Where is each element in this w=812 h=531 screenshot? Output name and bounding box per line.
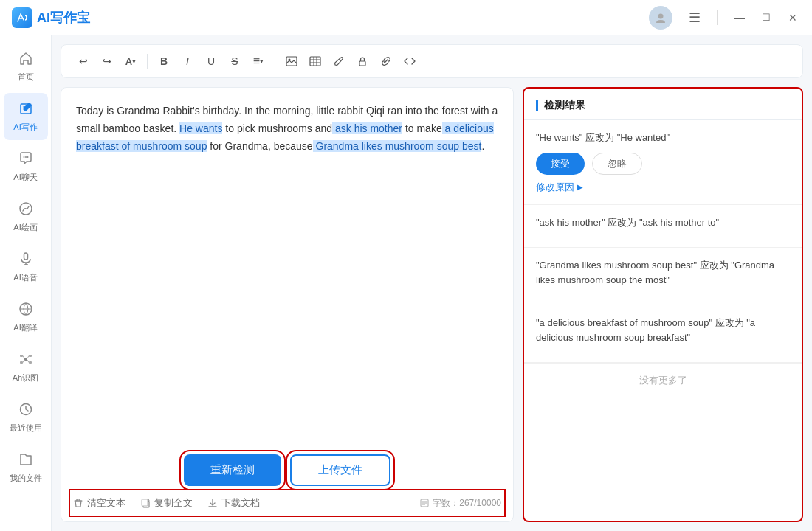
copy-icon — [140, 498, 151, 508]
sidebar-item-aitranslate[interactable]: AI翻译 — [4, 294, 48, 341]
home-icon — [18, 50, 34, 69]
svg-rect-28 — [359, 61, 365, 66]
download-icon — [207, 498, 218, 508]
myfiles-icon — [18, 451, 34, 470]
svg-rect-12 — [20, 355, 23, 357]
aidraw-icon — [18, 201, 34, 219]
word-count: 字数：267/10000 — [419, 497, 501, 510]
sidebar-item-myfiles[interactable]: 我的文件 — [4, 444, 48, 491]
aiwrite-icon — [18, 100, 34, 119]
sidebar-item-aidraw[interactable]: AI绘画 — [4, 193, 48, 240]
link-button[interactable] — [376, 51, 396, 72]
result-reason[interactable]: 修改原因 ▶ — [536, 181, 790, 194]
editor-highlight-2: ask his mother — [332, 122, 402, 134]
image-button[interactable] — [281, 51, 302, 72]
download-doc-button[interactable]: 下载文档 — [207, 496, 260, 510]
minimize-button[interactable]: — — [732, 10, 747, 25]
paint-button[interactable] — [328, 51, 349, 72]
result-item: "Grandma likes mushroom soup best" 应改为 "… — [524, 248, 802, 305]
sidebar-item-aivoice[interactable]: AI语音 — [4, 243, 48, 291]
chevron-right-icon: ▶ — [577, 183, 583, 191]
menu-icon[interactable]: ☰ — [687, 10, 702, 25]
underline-button[interactable]: U — [201, 51, 221, 72]
bold-button[interactable]: B — [154, 51, 174, 72]
clear-text-label: 清空文本 — [87, 496, 125, 510]
results-header: 检测结果 — [524, 88, 802, 120]
svg-rect-21 — [286, 57, 297, 66]
sidebar-item-recent[interactable]: 最近使用 — [4, 394, 48, 441]
aichat-icon — [18, 150, 34, 169]
font-button[interactable]: A▾ — [120, 51, 141, 72]
undo-button[interactable]: ↩ — [73, 51, 94, 72]
results-footer: 没有更多了 — [524, 363, 802, 398]
svg-rect-6 — [24, 253, 27, 260]
editor-footer: 重新检测 上传文件 清空文本 复制全文 — [61, 445, 513, 521]
editor-results-row: Today is Grandma Rabbit's birthday. In t… — [61, 87, 803, 522]
svg-point-2 — [23, 156, 24, 158]
result-text: "Grandma likes mushroom soup best" 应改为 "… — [536, 258, 790, 287]
bottom-actions: 清空文本 复制全文 下载文档 — [73, 496, 260, 510]
redo-button[interactable]: ↪ — [97, 51, 117, 72]
italic-button[interactable]: I — [177, 51, 198, 72]
aitranslate-icon — [18, 301, 34, 319]
recent-icon — [18, 401, 34, 420]
result-item: "He wants" 应改为 "He wanted" 接受 忽略 修改原因 ▶ — [524, 120, 802, 205]
editor-text-middle1: to pick mushrooms and — [222, 122, 332, 134]
sidebar-label-aivoice: AI语音 — [13, 272, 37, 283]
result-text: "He wants" 应改为 "He wanted" — [536, 131, 790, 145]
sidebar-item-home[interactable]: 首页 — [4, 43, 48, 90]
svg-line-18 — [27, 356, 29, 359]
result-actions: 接受 忽略 — [536, 153, 790, 175]
align-button[interactable]: ≡▾ — [248, 51, 269, 72]
content-area: ↩ ↪ A▾ B I U S ≡▾ — [52, 35, 812, 531]
results-header-bar — [536, 100, 538, 111]
sidebar-item-aiwrite[interactable]: AI写作 — [4, 93, 48, 140]
sidebar-label-myfiles: 我的文件 — [10, 473, 42, 484]
svg-line-16 — [23, 356, 24, 359]
strikethrough-button[interactable]: S — [224, 51, 245, 72]
close-button[interactable]: ✕ — [785, 10, 800, 25]
editor-panel: Today is Grandma Rabbit's birthday. In t… — [61, 87, 514, 522]
table-button[interactable] — [305, 51, 326, 72]
editor-bottom-bar: 清空文本 复制全文 下载文档 — [73, 493, 501, 513]
word-count-icon — [419, 498, 430, 508]
clear-text-button[interactable]: 清空文本 — [73, 496, 125, 510]
result-item: "a delicious breakfast of mushroom soup"… — [524, 305, 802, 363]
editor-content[interactable]: Today is Grandma Rabbit's birthday. In t… — [61, 88, 513, 445]
editor-text-middle2: to make — [402, 122, 442, 134]
download-doc-label: 下载文档 — [221, 496, 260, 510]
aivoice-icon — [18, 251, 34, 269]
svg-rect-31 — [142, 499, 148, 506]
logo-icon — [12, 7, 32, 28]
sidebar: 首页 AI写作 AI聊天 AI绘画 AI语音 — [0, 35, 52, 531]
sidebar-label-aichat: AI聊天 — [13, 172, 37, 183]
editor-highlight-1: He wants — [179, 122, 222, 134]
app-title: AI写作宝 — [37, 9, 90, 27]
sidebar-label-recent: 最近使用 — [10, 423, 42, 434]
results-title: 检测结果 — [544, 99, 585, 112]
svg-point-3 — [25, 156, 27, 158]
upload-button[interactable]: 上传文件 — [290, 454, 390, 486]
accept-button[interactable]: 接受 — [536, 153, 585, 175]
sidebar-label-aitranslate: AI翻译 — [13, 322, 37, 333]
maximize-button[interactable]: ☐ — [759, 10, 774, 25]
sidebar-item-aimindmap[interactable]: Ah识图 — [4, 344, 48, 391]
sidebar-item-aichat[interactable]: AI聊天 — [4, 143, 48, 190]
svg-rect-15 — [29, 361, 32, 364]
word-count-label: 字数：267/10000 — [433, 497, 501, 510]
editor-actions: 重新检测 上传文件 — [73, 454, 501, 486]
svg-line-17 — [23, 360, 24, 363]
sidebar-label-aidraw: AI绘画 — [13, 222, 37, 233]
svg-rect-14 — [29, 355, 32, 357]
trash-icon — [73, 498, 83, 508]
copy-all-button[interactable]: 复制全文 — [140, 496, 193, 510]
result-text: "ask his mother" 应改为 "ask his mother to" — [536, 215, 790, 230]
titlebar: AI写作宝 ☰ — ☐ ✕ — [0, 0, 812, 35]
recheck-button[interactable]: 重新检测 — [184, 454, 281, 486]
ignore-button[interactable]: 忽略 — [592, 153, 642, 175]
svg-line-19 — [27, 360, 29, 363]
lock-button[interactable] — [352, 51, 373, 72]
code-button[interactable] — [399, 51, 420, 72]
user-avatar[interactable] — [649, 6, 672, 30]
sidebar-label-aimindmap: Ah识图 — [13, 372, 38, 384]
